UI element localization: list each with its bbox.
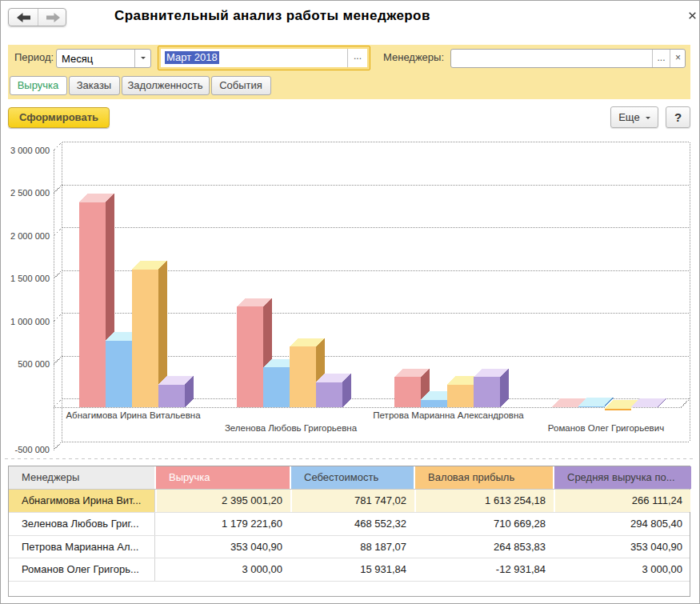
svg-text:3 000 000: 3 000 000 — [10, 146, 50, 155]
svg-text:1 500 000: 1 500 000 — [10, 274, 50, 283]
svg-text:1 000 000: 1 000 000 — [10, 317, 50, 326]
svg-text:2 000 000: 2 000 000 — [10, 231, 50, 241]
svg-text:Зеленова Любовь Григорьевна: Зеленова Любовь Григорьевна — [225, 423, 358, 433]
svg-text:Петрова Марианна Александровна: Петрова Марианна Александровна — [373, 410, 524, 420]
svg-text:Романов Олег Григорьевич: Романов Олег Григорьевич — [548, 423, 664, 433]
svg-text:Абнагимова Ирина Витальевна: Абнагимова Ирина Витальевна — [66, 410, 201, 420]
svg-text:2 500 000: 2 500 000 — [10, 188, 50, 198]
svg-text:-500 000: -500 000 — [15, 445, 50, 454]
svg-text:500 000: 500 000 — [18, 359, 50, 369]
